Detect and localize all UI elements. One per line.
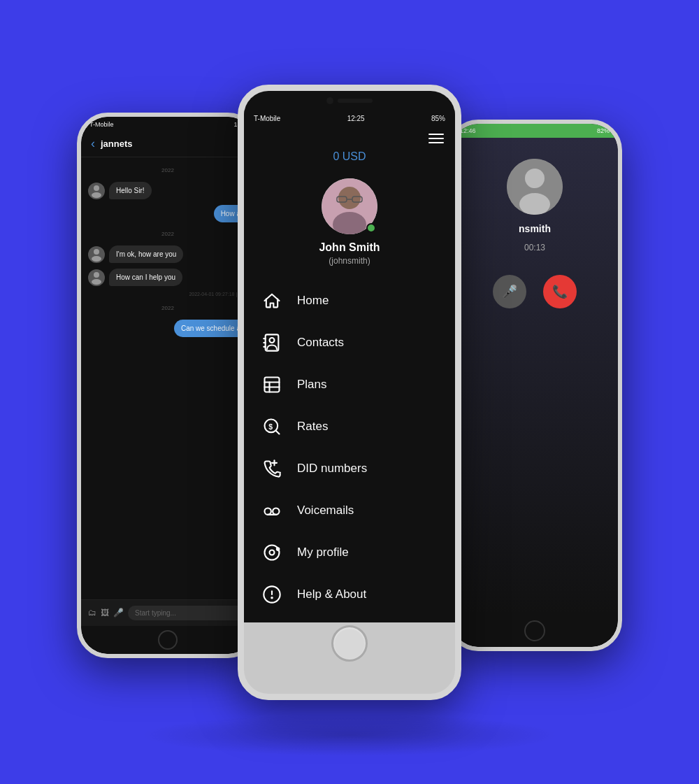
- center-home-button[interactable]: [331, 625, 368, 662]
- menu-list: Home Contacts: [244, 280, 455, 622]
- hamburger-line-3: [428, 142, 444, 143]
- menu-header: [244, 127, 455, 148]
- left-phone: T-Mobile 13:2 ‹ jannets 2022 Hello Sir! …: [77, 113, 259, 658]
- notch-area: [244, 91, 455, 111]
- chat-contact-name: jannets: [101, 138, 133, 149]
- svg-point-16: [270, 338, 275, 343]
- hamburger-button[interactable]: [428, 134, 444, 143]
- right-home-indicator: [452, 615, 618, 647]
- center-carrier: T-Mobile: [254, 115, 280, 122]
- menu-item-rates[interactable]: $ Rates: [244, 406, 455, 448]
- chat-input[interactable]: Start typing...: [128, 606, 247, 620]
- voicemail-icon: [261, 499, 283, 522]
- user-handle: (johnsmith): [329, 256, 370, 266]
- menu-item-home[interactable]: Home: [244, 280, 455, 322]
- avatar-small-1: [88, 183, 105, 199]
- left-home-indicator: [81, 626, 254, 654]
- svg-point-10: [338, 187, 361, 209]
- input-icons: 🗂 🖼 🎤: [88, 608, 124, 618]
- balance-display: 0 USD: [244, 148, 455, 171]
- center-phone: T-Mobile 12:25 85% 0 USD: [238, 85, 461, 700]
- user-avatar-container: [322, 178, 377, 234]
- menu-item-did[interactable]: DID numbers: [244, 448, 455, 490]
- center-battery: 85%: [431, 115, 445, 122]
- hamburger-line-1: [428, 134, 444, 135]
- bubble-sent-2: Can we schedule a: [174, 320, 247, 337]
- svg-point-29: [265, 508, 271, 514]
- center-home-indicator: [244, 622, 455, 664]
- center-time: 12:25: [347, 115, 365, 122]
- svg-text:$: $: [268, 422, 273, 430]
- msg-sent-1: How a: [88, 205, 247, 222]
- svg-point-7: [525, 169, 545, 188]
- avatar-small-2: [88, 246, 105, 263]
- call-contact-name: nsmith: [519, 223, 551, 234]
- center-status-bar: T-Mobile 12:25 85%: [244, 111, 455, 127]
- menu-item-voicemails[interactable]: Voicemails: [244, 490, 455, 532]
- menu-item-plans[interactable]: Plans: [244, 364, 455, 406]
- msg-meta-1: 2022-04-01 09:27:18 | Rea: [88, 292, 247, 297]
- timestamp-3: 2022: [88, 305, 247, 311]
- menu-label-home: Home: [297, 294, 329, 308]
- chat-input-bar: 🗂 🖼 🎤 Start typing...: [81, 599, 254, 626]
- msg-received-2: I'm ok, how are you: [88, 245, 247, 263]
- scene: T-Mobile 13:2 ‹ jannets 2022 Hello Sir! …: [77, 57, 622, 728]
- right-phone: 12:46 82% nsmith 00:13 🎤 📞: [447, 120, 622, 651]
- center-phone-screen: T-Mobile 12:25 85% 0 USD: [244, 111, 455, 622]
- chat-body: 2022 Hello Sir! How a 2022 I'm ok, how a…: [81, 157, 254, 599]
- svg-point-1: [92, 192, 101, 198]
- mic-icon[interactable]: 🎤: [113, 608, 124, 618]
- plans-icon: [261, 373, 283, 396]
- msg-received-1: Hello Sir!: [88, 182, 247, 199]
- profile-icon: [261, 541, 283, 564]
- svg-point-33: [277, 548, 280, 550]
- svg-point-3: [92, 256, 101, 262]
- call-avatar: [507, 159, 563, 215]
- svg-point-2: [94, 249, 99, 255]
- back-button[interactable]: ‹: [91, 136, 95, 151]
- notch-speaker: [338, 99, 373, 103]
- help-icon: [261, 583, 283, 606]
- right-time: 12:46: [460, 127, 476, 134]
- user-profile: John Smith (johnsmith): [244, 171, 455, 280]
- call-content: nsmith 00:13 🎤 📞: [452, 138, 618, 615]
- chat-header: ‹ jannets: [81, 131, 254, 157]
- did-icon: [261, 457, 283, 480]
- notch-camera: [326, 97, 333, 104]
- user-name: John Smith: [319, 241, 380, 254]
- bubble-received-3: How can I help you: [109, 269, 182, 286]
- image-icon[interactable]: 🖼: [101, 608, 109, 618]
- home-icon: [261, 290, 283, 312]
- hamburger-line-2: [428, 138, 444, 139]
- left-home-button[interactable]: [158, 630, 178, 650]
- menu-label-voicemails: Voicemails: [297, 504, 354, 518]
- menu-label-plans: Plans: [297, 378, 327, 392]
- svg-rect-20: [265, 377, 280, 392]
- attach-icon[interactable]: 🗂: [88, 608, 96, 618]
- timestamp-2: 2022: [88, 231, 247, 237]
- menu-item-profile[interactable]: My profile: [244, 532, 455, 573]
- menu-label-profile: My profile: [297, 546, 349, 560]
- timestamp-1: 2022: [88, 167, 247, 173]
- call-controls: 🎤 📞: [493, 275, 577, 308]
- right-home-button[interactable]: [524, 620, 545, 641]
- online-status-dot: [366, 223, 376, 233]
- menu-item-contacts[interactable]: Contacts: [244, 322, 455, 364]
- svg-point-8: [519, 193, 550, 215]
- msg-sent-2: Can we schedule a: [88, 320, 247, 337]
- left-status-bar: T-Mobile 13:2: [81, 117, 254, 131]
- avatar-small-3: [88, 269, 105, 286]
- mute-button[interactable]: 🎤: [493, 275, 526, 308]
- menu-label-rates: Rates: [297, 420, 328, 434]
- svg-point-5: [92, 279, 101, 285]
- end-call-button[interactable]: 📞: [543, 275, 577, 308]
- left-carrier: T-Mobile: [89, 121, 114, 128]
- call-timer: 00:13: [524, 243, 545, 252]
- menu-label-did: DID numbers: [297, 462, 367, 476]
- svg-line-25: [275, 430, 279, 434]
- rates-icon: $: [261, 415, 283, 438]
- right-battery: 82%: [597, 127, 610, 134]
- contacts-icon: [261, 332, 283, 354]
- right-status-bar: 12:46 82%: [452, 124, 618, 138]
- menu-item-help[interactable]: Help & About: [244, 573, 455, 615]
